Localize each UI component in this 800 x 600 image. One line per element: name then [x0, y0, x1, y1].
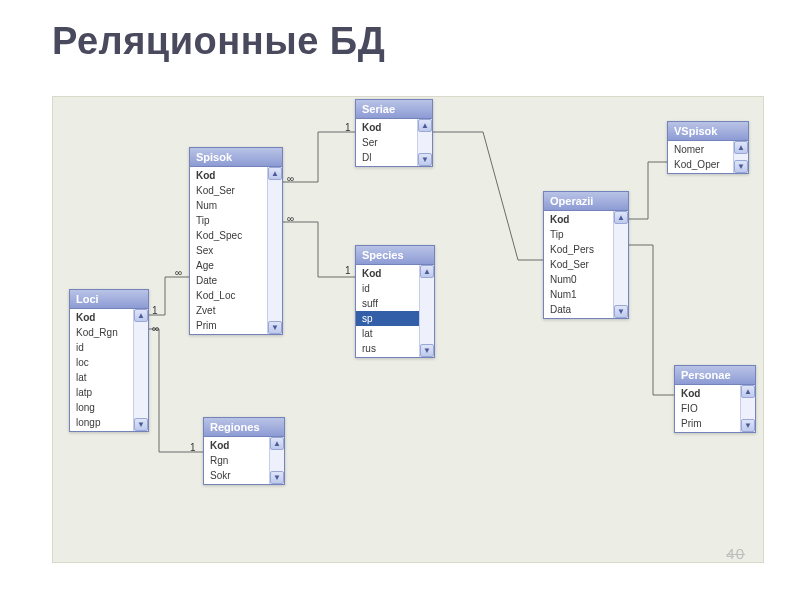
scrollbar[interactable]: ▲ ▼: [267, 167, 282, 334]
table-regiones[interactable]: Regiones Kod Rgn Sokr ▲ ▼: [203, 417, 285, 485]
field-item[interactable]: Dl: [356, 150, 417, 165]
table-operazii[interactable]: Operazii Kod Tip Kod_Pers Kod_Ser Num0 N…: [543, 191, 629, 319]
field-item[interactable]: Prim: [675, 416, 740, 431]
table-title[interactable]: Spisok: [189, 147, 283, 166]
scrollbar[interactable]: ▲ ▼: [417, 119, 432, 166]
table-title[interactable]: Regiones: [203, 417, 285, 436]
table-title[interactable]: Loci: [69, 289, 149, 308]
scrollbar[interactable]: ▲ ▼: [419, 265, 434, 357]
table-vspisok[interactable]: VSpisok Nomer Kod_Oper ▲ ▼: [667, 121, 749, 174]
field-list: Nomer Kod_Oper: [668, 141, 733, 173]
field-item[interactable]: Nomer: [668, 142, 733, 157]
field-item[interactable]: longp: [70, 415, 133, 430]
scrollbar[interactable]: ▲ ▼: [733, 141, 748, 173]
cardinality-label: ∞: [287, 173, 294, 184]
field-list: Kod Tip Kod_Pers Kod_Ser Num0 Num1 Data: [544, 211, 613, 318]
field-item[interactable]: Num1: [544, 287, 613, 302]
cardinality-label: ∞: [287, 213, 294, 224]
field-item[interactable]: Kod: [190, 168, 267, 183]
scroll-up-icon[interactable]: ▲: [420, 265, 434, 278]
table-spisok[interactable]: Spisok Kod Kod_Ser Num Tip Kod_Spec Sex …: [189, 147, 283, 335]
scroll-up-icon[interactable]: ▲: [734, 141, 748, 154]
field-list: Kod Kod_Ser Num Tip Kod_Spec Sex Age Dat…: [190, 167, 267, 334]
field-item[interactable]: latp: [70, 385, 133, 400]
table-title[interactable]: VSpisok: [667, 121, 749, 140]
field-list: Kod Rgn Sokr: [204, 437, 269, 484]
scroll-down-icon[interactable]: ▼: [134, 418, 148, 431]
scrollbar[interactable]: ▲ ▼: [133, 309, 148, 431]
scroll-up-icon[interactable]: ▲: [741, 385, 755, 398]
field-item[interactable]: FIO: [675, 401, 740, 416]
scroll-up-icon[interactable]: ▲: [270, 437, 284, 450]
field-item[interactable]: long: [70, 400, 133, 415]
field-item[interactable]: Kod_Spec: [190, 228, 267, 243]
field-item[interactable]: Ser: [356, 135, 417, 150]
field-item[interactable]: rus: [356, 341, 419, 356]
scroll-down-icon[interactable]: ▼: [270, 471, 284, 484]
table-title[interactable]: Species: [355, 245, 435, 264]
scrollbar[interactable]: ▲ ▼: [269, 437, 284, 484]
field-item[interactable]: Rgn: [204, 453, 269, 468]
table-species[interactable]: Species Kod id suff sp lat rus ▲ ▼: [355, 245, 435, 358]
field-item[interactable]: Kod: [356, 266, 419, 281]
field-item[interactable]: Kod: [544, 212, 613, 227]
field-item[interactable]: Kod_Ser: [190, 183, 267, 198]
field-item-selected[interactable]: sp: [356, 311, 419, 326]
field-item[interactable]: Kod_Pers: [544, 242, 613, 257]
field-item[interactable]: Kod: [204, 438, 269, 453]
field-item[interactable]: lat: [70, 370, 133, 385]
field-item[interactable]: Num: [190, 198, 267, 213]
field-item[interactable]: Prim: [190, 318, 267, 333]
scroll-up-icon[interactable]: ▲: [614, 211, 628, 224]
field-item[interactable]: lat: [356, 326, 419, 341]
scroll-up-icon[interactable]: ▲: [268, 167, 282, 180]
field-item[interactable]: suff: [356, 296, 419, 311]
cardinality-label: ∞: [175, 267, 182, 278]
table-title[interactable]: Personae: [674, 365, 756, 384]
cardinality-label: ∞: [152, 323, 159, 334]
field-item[interactable]: Kod: [356, 120, 417, 135]
table-personae[interactable]: Personae Kod FIO Prim ▲ ▼: [674, 365, 756, 433]
field-item[interactable]: Data: [544, 302, 613, 317]
table-title[interactable]: Seriae: [355, 99, 433, 118]
field-item[interactable]: Date: [190, 273, 267, 288]
scroll-down-icon[interactable]: ▼: [741, 419, 755, 432]
relationship-canvas: 1 ∞ ∞ 1 ∞ 1 ∞ 1 Loci Kod Kod_Rgn id loc …: [52, 96, 764, 563]
field-item[interactable]: Kod_Rgn: [70, 325, 133, 340]
field-list: Kod FIO Prim: [675, 385, 740, 432]
scroll-down-icon[interactable]: ▼: [268, 321, 282, 334]
cardinality-label: 1: [190, 442, 196, 453]
scrollbar[interactable]: ▲ ▼: [613, 211, 628, 318]
field-item[interactable]: Kod: [675, 386, 740, 401]
scroll-down-icon[interactable]: ▼: [734, 160, 748, 173]
field-list: Kod Ser Dl: [356, 119, 417, 166]
table-title[interactable]: Operazii: [543, 191, 629, 210]
field-item[interactable]: Kod_Oper: [668, 157, 733, 172]
table-seriae[interactable]: Seriae Kod Ser Dl ▲ ▼: [355, 99, 433, 167]
field-list: Kod id suff sp lat rus: [356, 265, 419, 357]
field-item[interactable]: Sokr: [204, 468, 269, 483]
field-item[interactable]: Kod: [70, 310, 133, 325]
scroll-down-icon[interactable]: ▼: [418, 153, 432, 166]
field-item[interactable]: Kod_Loc: [190, 288, 267, 303]
field-item[interactable]: id: [356, 281, 419, 296]
field-item[interactable]: Kod_Ser: [544, 257, 613, 272]
scrollbar[interactable]: ▲ ▼: [740, 385, 755, 432]
scroll-up-icon[interactable]: ▲: [418, 119, 432, 132]
field-item[interactable]: loc: [70, 355, 133, 370]
slide: Реляционные БД 1 ∞ ∞ 1: [0, 0, 800, 600]
cardinality-label: 1: [345, 122, 351, 133]
field-item[interactable]: id: [70, 340, 133, 355]
field-item[interactable]: Num0: [544, 272, 613, 287]
field-item[interactable]: Zvet: [190, 303, 267, 318]
scroll-down-icon[interactable]: ▼: [614, 305, 628, 318]
field-item[interactable]: Tip: [190, 213, 267, 228]
page-title: Реляционные БД: [52, 20, 385, 63]
field-item[interactable]: Sex: [190, 243, 267, 258]
cardinality-label: 1: [345, 265, 351, 276]
table-loci[interactable]: Loci Kod Kod_Rgn id loc lat latp long lo…: [69, 289, 149, 432]
field-item[interactable]: Tip: [544, 227, 613, 242]
scroll-up-icon[interactable]: ▲: [134, 309, 148, 322]
field-item[interactable]: Age: [190, 258, 267, 273]
scroll-down-icon[interactable]: ▼: [420, 344, 434, 357]
